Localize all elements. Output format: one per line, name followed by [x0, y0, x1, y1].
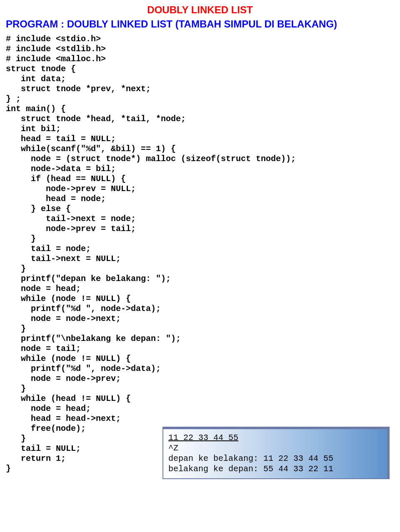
output-eof: ^Z: [168, 443, 178, 453]
output-line-1: depan ke belakang: 11 22 33 44 55: [168, 454, 333, 463]
output-input-line: 11 22 33 44 55: [168, 433, 238, 443]
output-box: 11 22 33 44 55 ^Z depan ke belakang: 11 …: [162, 427, 390, 479]
output-line-2: belakang ke depan: 55 44 33 22 11: [168, 464, 333, 474]
page-title: DOUBLY LINKED LIST: [6, 4, 394, 16]
code-block: # include <stdio.h> # include <stdlib.h>…: [6, 34, 394, 474]
program-subtitle: PROGRAM : DOUBLY LINKED LIST (TAMBAH SIM…: [6, 18, 394, 30]
